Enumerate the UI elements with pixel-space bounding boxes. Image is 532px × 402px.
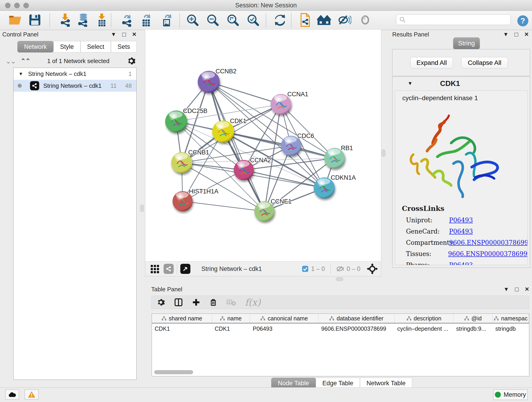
results-panel-collapse-icon[interactable]: ▼ [503, 31, 509, 38]
warnings-button[interactable] [25, 389, 38, 400]
import-network-database-button[interactable] [76, 13, 90, 27]
zoom-selected-button[interactable] [246, 13, 260, 27]
tab-edge-table[interactable]: Edge Table [316, 378, 360, 389]
network-canvas[interactable]: CCNB2 CCNA1 CDC25B CDK1 CDC6 RB1 [145, 30, 381, 261]
string-network-graph[interactable]: CCNB2 CCNA1 CDC25B CDK1 CDC6 RB1 [145, 30, 381, 261]
node-CDKN1A[interactable]: CDKN1A [314, 174, 356, 198]
expand-all-button[interactable]: Expand All [410, 57, 453, 69]
pan-crosshair-icon[interactable] [367, 263, 378, 274]
memory-button[interactable]: Memory [493, 389, 528, 400]
cell-namespac[interactable]: stringdb [493, 325, 529, 332]
tab-network-table[interactable]: Network Table [360, 378, 412, 389]
toolbar-separator [291, 13, 291, 27]
protein-card-header[interactable]: ▼ CDK1 [393, 77, 530, 90]
show-columns-icon[interactable] [174, 298, 183, 307]
node-CCNB1[interactable]: CCNB1 [171, 149, 209, 173]
collapse-all-button[interactable]: Collapse All [461, 57, 508, 69]
export-table-button[interactable] [139, 13, 153, 27]
export-network-button[interactable] [119, 13, 134, 27]
right-splitter-handle[interactable] [382, 149, 385, 157]
column-header-canonical-name[interactable]: canonical name [250, 314, 318, 323]
column-header-name[interactable]: name [212, 314, 250, 323]
export-image-button[interactable] [159, 13, 174, 27]
node-CDK1[interactable]: CDK1 [212, 118, 247, 143]
collapse-all-trees-icon[interactable]: ⌄⌄ [6, 57, 15, 65]
import-network-file-button[interactable] [58, 13, 72, 27]
cloud-status-button[interactable] [5, 389, 19, 400]
fit-content-button[interactable] [225, 13, 240, 27]
hide-panel-button[interactable] [337, 13, 352, 27]
help-button[interactable]: ? [516, 14, 530, 28]
cell-canonical-name[interactable]: P06493 [250, 325, 318, 332]
network-row[interactable]: String Network – cdk1 11 48 [13, 80, 136, 92]
cell--id[interactable]: stringdb:9... [453, 325, 493, 332]
network-options-gear-icon[interactable] [127, 56, 136, 65]
cell-name[interactable]: CDK1 [212, 325, 250, 332]
column-header--id[interactable]: @id [453, 314, 493, 323]
crosslink-link[interactable]: P06493 [449, 228, 473, 235]
tab-style[interactable]: Style [53, 41, 80, 52]
column-header-namespac[interactable]: namespac [493, 314, 529, 323]
open-session-button[interactable] [8, 13, 22, 27]
table-panel-float-icon[interactable]: □ [515, 286, 519, 293]
birdseye-view-icon[interactable] [180, 264, 190, 274]
control-panel-collapse-icon[interactable]: ▼ [111, 31, 116, 38]
add-column-icon[interactable] [192, 298, 201, 307]
string-home-button[interactable] [317, 13, 332, 27]
tab-node-table[interactable]: Node Table [271, 378, 316, 389]
left-splitter-handle[interactable] [140, 205, 144, 212]
network-collection-row[interactable]: ▼ String Network – cdk1 1 [13, 68, 136, 80]
import-network-file-icon [59, 13, 71, 28]
zoom-out-button[interactable] [205, 13, 220, 27]
tab-string[interactable]: String [453, 37, 480, 49]
results-panel-float-icon[interactable]: □ [515, 31, 518, 38]
crosslink-link[interactable]: P06493 [449, 217, 473, 224]
tab-select[interactable]: Select [80, 41, 111, 52]
node-RB1[interactable]: RB1 [324, 145, 353, 168]
edge-CCNB2-CCNA1[interactable] [209, 82, 281, 104]
function-builder-icon-disabled: f(x) [245, 297, 261, 307]
results-actions-box: Expand All Collapse All [392, 49, 530, 76]
grid-view-icon[interactable] [149, 264, 160, 274]
node-HIST1H1A[interactable]: HIST1H1A [172, 188, 218, 211]
node-CCNA1[interactable]: CCNA1 [271, 91, 308, 115]
expand-all-trees-icon[interactable]: ⌃⌃ [20, 57, 30, 65]
results-panel-close-icon[interactable]: ✕ [524, 31, 529, 38]
table-panel-collapse-icon[interactable]: ▼ [504, 286, 509, 293]
tab-network[interactable]: Network [17, 41, 53, 52]
collapse-protein-icon[interactable]: ▼ [408, 80, 413, 86]
control-panel-float-icon[interactable]: □ [122, 31, 126, 38]
import-table-button[interactable] [94, 13, 109, 27]
zoom-in-button[interactable] [185, 13, 200, 27]
shared-column-icon [220, 316, 225, 321]
zoom-in-icon [186, 13, 199, 27]
crosslink-link[interactable]: 9606.ENSP00000378699 [449, 239, 528, 246]
delete-column-icon[interactable] [209, 298, 217, 307]
table-panel-close-icon[interactable]: ✕ [525, 286, 529, 293]
bottom-splitter-handle[interactable] [336, 277, 343, 281]
column-label: canonical name [268, 315, 308, 322]
crosslink-link[interactable]: P06493 [449, 262, 473, 265]
update-networks-button[interactable] [273, 13, 287, 27]
column-header-description[interactable]: description [394, 314, 453, 323]
column-header-database-identifier[interactable]: database identifier [318, 314, 394, 323]
table-options-gear-icon[interactable] [157, 298, 165, 307]
save-session-button[interactable] [27, 13, 42, 27]
tree-expander-icon[interactable]: ▼ [19, 71, 23, 77]
cell-database-identifier[interactable]: 9606.ENSP00000378699 [318, 325, 394, 332]
table-row[interactable]: CDK1CDK1P064939606.ENSP00000378699cyclin… [152, 323, 529, 334]
cybrowser-button[interactable] [298, 13, 312, 27]
search-input[interactable] [396, 14, 511, 25]
cell-shared-name[interactable]: CDK1 [152, 325, 212, 332]
control-panel-close-icon[interactable]: ✕ [132, 31, 137, 38]
column-header-shared-name[interactable]: shared name [152, 314, 212, 323]
crosslink-link[interactable]: 9606.ENSP00000378699 [448, 250, 527, 257]
edge-HIST1H1A-CCNE1[interactable] [183, 201, 264, 211]
selected-checkbox-icon[interactable] [302, 265, 309, 273]
tab-sets[interactable]: Sets [111, 41, 137, 52]
table-tabs: Node TableEdge TableNetwork Table [271, 378, 412, 389]
horizontal-scrollbar-thumb[interactable] [154, 370, 193, 374]
show-panel-button[interactable] [358, 13, 373, 27]
network-share-view-icon[interactable] [164, 264, 174, 274]
cell-description[interactable]: cyclin–dependent ... [394, 325, 453, 332]
